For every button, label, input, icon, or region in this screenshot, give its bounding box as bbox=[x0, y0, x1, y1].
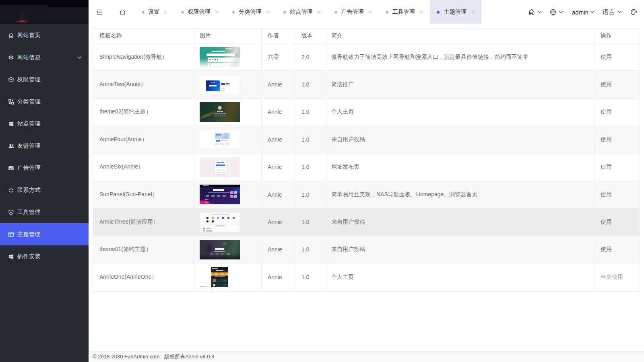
svg-text:A: A bbox=[532, 13, 534, 16]
